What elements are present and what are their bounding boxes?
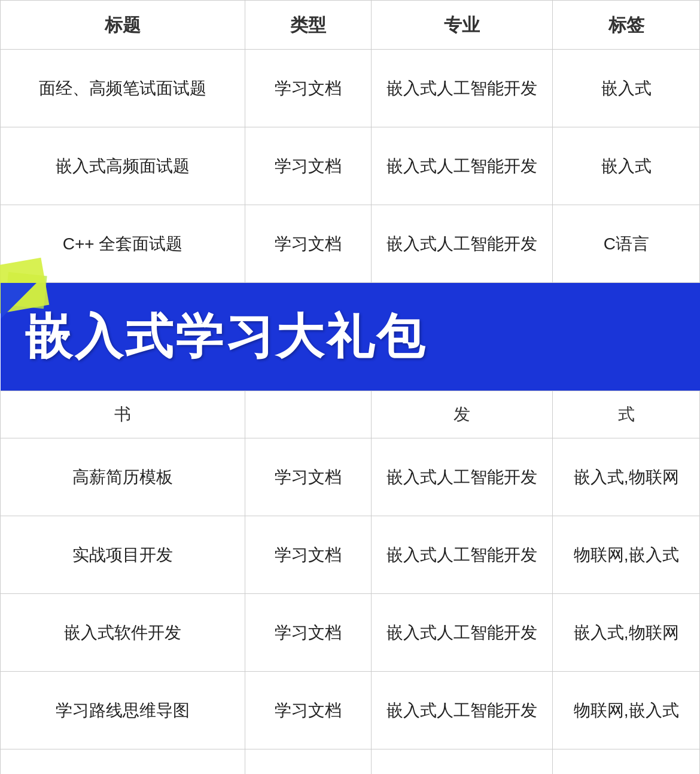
cell-5-3: 物联网,嵌入式 bbox=[553, 516, 700, 594]
cell-7-1: 学习文档 bbox=[245, 672, 371, 749]
cell-4-1: 学习文档 bbox=[245, 438, 371, 516]
col-header-title: 标题 bbox=[1, 1, 245, 50]
cell-5-0: 实战项目开发 bbox=[1, 516, 245, 594]
col-header-type: 类型 bbox=[245, 1, 371, 50]
banner-content: 嵌入式学习大礼包 bbox=[1, 283, 700, 391]
cell-0-3: 嵌入式 bbox=[553, 50, 700, 127]
cell-6-1: 学习文档 bbox=[245, 594, 371, 672]
col-header-major: 专业 bbox=[371, 1, 553, 50]
banner-row: 嵌入式学习大礼包 bbox=[1, 283, 700, 391]
cell-4-3: 嵌入式,物联网 bbox=[553, 438, 700, 516]
cell-2-3: C语言 bbox=[553, 205, 700, 283]
table-row: 高薪简历模板学习文档嵌入式人工智能开发嵌入式,物联网 bbox=[1, 438, 700, 516]
partial-cell-2: 发 bbox=[371, 391, 553, 438]
cell-8-3: 物联网,嵌入式 bbox=[553, 749, 700, 775]
partial-cell-3: 式 bbox=[553, 391, 700, 438]
cell-1-3: 嵌入式 bbox=[553, 127, 700, 205]
table-row: 嵌入式高频面试题学习文档嵌入式人工智能开发嵌入式 bbox=[1, 127, 700, 205]
cell-1-1: 学习文档 bbox=[245, 127, 371, 205]
banner-text: 嵌入式学习大礼包 bbox=[25, 301, 427, 373]
table-header-row: 标题 类型 专业 标签 bbox=[1, 1, 700, 50]
cell-7-3: 物联网,嵌入式 bbox=[553, 672, 700, 749]
content-table: 标题 类型 专业 标签 面经、高频笔试面试题学习文档嵌入式人工智能开发嵌入式嵌入… bbox=[0, 0, 700, 774]
cell-5-1: 学习文档 bbox=[245, 516, 371, 594]
partial-row: 书发式 bbox=[1, 391, 700, 438]
cell-6-3: 嵌入式,物联网 bbox=[553, 594, 700, 672]
cell-7-2: 嵌入式人工智能开发 bbox=[371, 672, 553, 749]
cell-1-2: 嵌入式人工智能开发 bbox=[371, 127, 553, 205]
banner-wrapper: 嵌入式学习大礼包 bbox=[1, 283, 700, 391]
table-row: 实战项目开发学习文档嵌入式人工智能开发物联网,嵌入式 bbox=[1, 516, 700, 594]
cell-1-0: 嵌入式高频面试题 bbox=[1, 127, 245, 205]
cell-5-2: 嵌入式人工智能开发 bbox=[371, 516, 553, 594]
partial-cell-1 bbox=[245, 391, 371, 438]
cell-2-1: 学习文档 bbox=[245, 205, 371, 283]
cell-0-1: 学习文档 bbox=[245, 50, 371, 127]
cell-4-0: 高薪简历模板 bbox=[1, 438, 245, 516]
table-row: 大佬学习笔记学习文档嵌入式人工智能开发物联网,嵌入式 bbox=[1, 749, 700, 775]
cell-0-2: 嵌入式人工智能开发 bbox=[371, 50, 553, 127]
partial-cell-0: 书 bbox=[1, 391, 245, 438]
main-container: 标题 类型 专业 标签 面经、高频笔试面试题学习文档嵌入式人工智能开发嵌入式嵌入… bbox=[0, 0, 700, 774]
cell-7-0: 学习路线思维导图 bbox=[1, 672, 245, 749]
cell-4-2: 嵌入式人工智能开发 bbox=[371, 438, 553, 516]
blue-corner bbox=[1, 283, 36, 319]
col-header-tag: 标签 bbox=[553, 1, 700, 50]
table-row: 嵌入式软件开发学习文档嵌入式人工智能开发嵌入式,物联网 bbox=[1, 594, 700, 672]
cell-2-2: 嵌入式人工智能开发 bbox=[371, 205, 553, 283]
cell-6-0: 嵌入式软件开发 bbox=[1, 594, 245, 672]
table-row: C++ 全套面试题学习文档嵌入式人工智能开发C语言 bbox=[1, 205, 700, 283]
table-row: 学习路线思维导图学习文档嵌入式人工智能开发物联网,嵌入式 bbox=[1, 672, 700, 749]
cell-0-0: 面经、高频笔试面试题 bbox=[1, 50, 245, 127]
table-row: 面经、高频笔试面试题学习文档嵌入式人工智能开发嵌入式 bbox=[1, 50, 700, 127]
cell-8-0: 大佬学习笔记 bbox=[1, 749, 245, 775]
cell-8-1: 学习文档 bbox=[245, 749, 371, 775]
cell-6-2: 嵌入式人工智能开发 bbox=[371, 594, 553, 672]
cell-8-2: 嵌入式人工智能开发 bbox=[371, 749, 553, 775]
